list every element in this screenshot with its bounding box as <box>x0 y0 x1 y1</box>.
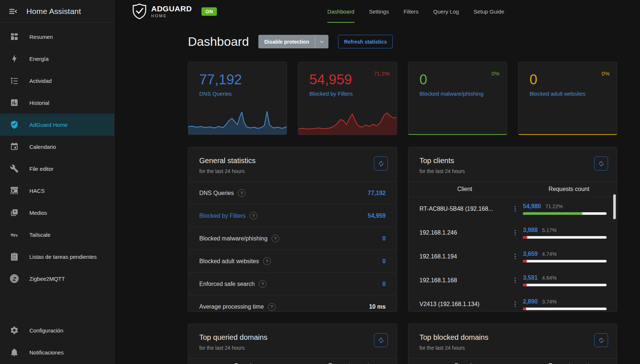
sidebar-item-label: Actividad <box>29 78 52 84</box>
sidebar-item-notificaciones[interactable]: Notificaciones <box>0 341 114 363</box>
panel-subtitle: for the last 24 hours <box>419 345 606 351</box>
refresh-icon-button[interactable] <box>374 157 388 170</box>
sidebar-item-label: Notificaciones <box>29 349 63 356</box>
disable-protection-button[interactable]: Disable protection <box>258 35 328 48</box>
sidebar-item-energia[interactable]: Energía <box>0 48 114 70</box>
sidebar-header: Home Assistant <box>0 0 114 23</box>
panel-title: Top queried domains <box>199 333 386 342</box>
row-menu-icon[interactable]: ⋮ <box>512 300 523 308</box>
row-menu-icon[interactable]: ⋮ <box>512 229 523 236</box>
help-icon[interactable]: ? <box>268 303 276 311</box>
refresh-icon <box>378 161 384 167</box>
request-bar <box>523 212 607 215</box>
stat-percent: 0% <box>491 70 499 77</box>
panel-subtitle: for the last 24 hours <box>419 168 606 174</box>
tab-query-log[interactable]: Query Log <box>433 0 459 23</box>
refresh-statistics-button[interactable]: Refresh statistics <box>338 35 393 48</box>
stats-value: 54,959 <box>368 213 386 219</box>
refresh-icon <box>598 337 604 343</box>
request-percent: 5.17% <box>542 227 557 233</box>
sidebar-item-medios[interactable]: Medios <box>0 202 114 224</box>
refresh-icon-button[interactable] <box>594 157 608 170</box>
row-menu-icon[interactable]: ⋮ <box>512 205 523 213</box>
page-header: Dashboard Disable protection Refresh sta… <box>188 34 640 49</box>
tab-settings[interactable]: Settings <box>369 0 389 23</box>
stats-value: 0 <box>382 235 386 242</box>
tab-setup-guide[interactable]: Setup Guide <box>474 0 504 23</box>
stat-label: Blocked adult websites <box>530 91 617 97</box>
request-count: 54,980 <box>523 203 541 210</box>
zigbee2mqtt-icon: Z <box>10 274 19 283</box>
sidebar-item-zigbee2mqtt[interactable]: Z Zigbee2MQTT <box>0 268 114 290</box>
request-count: 3,659 <box>523 251 538 257</box>
stat-label: Blocked by Filters <box>309 91 397 97</box>
client-row: 192.168.1.168 ⋮ 3,5814.64% <box>408 268 617 292</box>
sidebar-item-calendario[interactable]: Calendario <box>0 136 114 158</box>
card-dns-queries[interactable]: 77,192 DNS Queries <box>188 62 287 135</box>
wrench-icon <box>10 164 19 173</box>
column-header-client: Client <box>408 186 521 192</box>
help-icon[interactable]: ? <box>272 235 279 242</box>
page-title: Dashboard <box>188 34 249 49</box>
bottom-panels-row: Top queried domains for the last 24 hour… <box>188 324 640 364</box>
sidebar-toggle-icon[interactable] <box>8 7 18 16</box>
hacs-store-icon: HACS <box>10 186 19 195</box>
help-icon[interactable]: ? <box>250 212 257 220</box>
column-header-requests: Requests count <box>521 186 617 192</box>
help-icon[interactable]: ? <box>259 280 266 288</box>
refresh-icon-button[interactable] <box>374 333 388 347</box>
request-bar <box>523 308 607 310</box>
sidebar-item-listas-tareas[interactable]: Listas de tareas pendientes <box>0 246 114 268</box>
client-row: V2413 (192.168.1.134) ⋮ 2,8903.74% <box>408 292 617 316</box>
calendar-icon <box>10 142 19 151</box>
sidebar-item-adguard-home[interactable]: AdGuard Home <box>0 114 114 136</box>
stats-value: 0 <box>382 281 386 287</box>
row-menu-icon[interactable]: ⋮ <box>512 253 523 260</box>
sidebar-bottom: Configuración Notificaciones <box>0 319 114 364</box>
stats-value: 10 ms <box>369 304 386 310</box>
top-blocked-domains-panel: Top blocked domains for the last 24 hour… <box>408 324 617 364</box>
sidebar-item-tailscale[interactable]: Tailscale <box>0 224 114 246</box>
sidebar-item-label: Listas de tareas pendientes <box>29 254 97 260</box>
request-count: 2,890 <box>523 298 538 305</box>
stats-row-blocked-filters: Blocked by Filters ? 54,959 <box>188 205 397 227</box>
refresh-icon-button[interactable] <box>594 333 608 347</box>
stat-cards-row: 77,192 DNS Queries 71.2% 54,959 Blocked … <box>188 62 640 135</box>
help-icon[interactable]: ? <box>238 189 246 197</box>
sidebar-item-label: Configuración <box>29 327 63 334</box>
help-icon[interactable]: ? <box>263 257 271 265</box>
card-blocked-adult[interactable]: 0% 0 Blocked adult websites <box>518 62 617 135</box>
sidebar-item-file-editor[interactable]: File editor <box>0 158 114 180</box>
refresh-icon <box>378 337 384 343</box>
sidebar-item-configuracion[interactable]: Configuración <box>0 319 114 341</box>
top-clients-panel: Top clients for the last 24 hours Client… <box>408 147 617 312</box>
general-statistics-panel: General statistics for the last 24 hours… <box>188 147 397 312</box>
sidebar-item-hacs[interactable]: HACS HACS <box>0 180 114 202</box>
sidebar-item-historial[interactable]: Historial <box>0 92 114 114</box>
tailscale-knot-icon <box>10 230 19 239</box>
stats-value: 0 <box>382 258 386 265</box>
stat-label: DNS Queries <box>199 91 287 97</box>
sidebar-item-actividad[interactable]: Actividad <box>0 70 114 92</box>
media-play-icon <box>10 208 19 217</box>
tab-dashboard[interactable]: Dashboard <box>327 0 354 23</box>
top-queried-domains-panel: Top queried domains for the last 24 hour… <box>188 324 397 364</box>
row-menu-icon[interactable]: ⋮ <box>512 276 523 284</box>
panel-scrollbar[interactable] <box>613 194 616 219</box>
card-blocked-by-filters[interactable]: 71.2% 54,959 Blocked by Filters <box>298 62 397 135</box>
card-blocked-malware[interactable]: 0% 0 Blocked malware/phishing <box>408 62 507 135</box>
request-count: 3,988 <box>523 227 538 234</box>
tab-filters[interactable]: Filters <box>404 0 419 23</box>
domains-table-header: Domain Requests count <box>188 359 397 364</box>
panel-subtitle: for the last 24 hours <box>199 345 386 351</box>
adguard-shield-icon <box>132 3 147 19</box>
request-bar <box>523 260 607 262</box>
sidebar-item-label: Tailscale <box>29 232 51 238</box>
client-row: 192.168.1.246 ⋮ 3,9885.17% <box>408 221 617 244</box>
dashboard-content: Dashboard Disable protection Refresh sta… <box>114 23 640 364</box>
sidebar-item-resumen[interactable]: Resumen <box>0 26 114 48</box>
sidebar-item-label: Zigbee2MQTT <box>29 276 65 282</box>
chevron-down-icon[interactable] <box>315 35 328 48</box>
adguard-logo: ADGUARD HOME ON <box>132 3 217 19</box>
request-bar <box>523 284 607 286</box>
